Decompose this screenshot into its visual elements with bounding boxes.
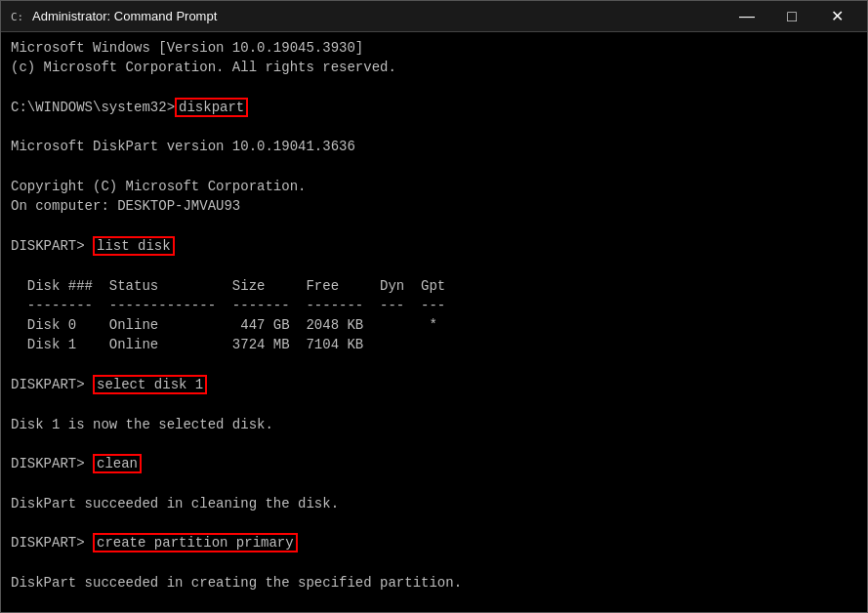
line-text: DISKPART> clean: [11, 454, 142, 473]
command-highlight: list disk: [93, 236, 175, 256]
line-text: (c) Microsoft Corporation. All rights re…: [11, 60, 396, 75]
title-bar: C:\ Administrator: Command Prompt — □ ✕: [1, 1, 867, 32]
line-text: Disk ### Status Size Free Dyn Gpt: [11, 278, 445, 294]
console-line: DISKPART> select disk 1: [11, 375, 857, 394]
command-highlight: create partition primary: [93, 533, 298, 552]
console-line: DISKPART> create partition primary: [11, 533, 857, 552]
console-line: Disk 1 Online 3724 MB 7104 KB: [11, 335, 857, 354]
console-line: DiskPart succeeded in cleaning the disk.: [11, 494, 857, 513]
command-highlight: select disk 1: [93, 375, 207, 394]
console-line: [11, 434, 857, 454]
console-line: [11, 78, 857, 98]
line-text: DISKPART> list disk: [11, 236, 175, 256]
console-line: Microsoft DiskPart version 10.0.19041.36…: [11, 137, 857, 156]
line-text: Disk 1 is now the selected disk.: [11, 417, 273, 432]
close-button[interactable]: ✕: [814, 1, 859, 32]
line-text: DiskPart succeeded in cleaning the disk.: [11, 496, 339, 511]
console-line: C:\WINDOWS\system32>diskpart: [11, 98, 857, 117]
console-line: [11, 394, 857, 414]
minimize-button[interactable]: —: [724, 1, 769, 32]
console-line: Disk 1 is now the selected disk.: [11, 415, 857, 434]
maximize-button[interactable]: □: [769, 1, 814, 32]
console-line: DISKPART> clean: [11, 454, 857, 473]
console-line: Microsoft Windows [Version 10.0.19045.39…: [11, 38, 857, 58]
line-text: DISKPART> select disk 1: [11, 375, 207, 394]
line-text: Microsoft DiskPart version 10.0.19041.36…: [11, 139, 355, 154]
console-line: [11, 117, 857, 137]
console-line: [11, 553, 857, 573]
console-line: Copyright (C) Microsoft Corporation.: [11, 177, 857, 196]
line-text: DiskPart succeeded in creating the speci…: [11, 575, 462, 591]
line-text: Disk 1 Online 3724 MB 7104 KB: [11, 337, 363, 352]
line-text: Microsoft Windows [Version 10.0.19045.39…: [11, 40, 363, 56]
window: C:\ Administrator: Command Prompt — □ ✕ …: [0, 0, 868, 613]
svg-text:C:\: C:\: [11, 11, 24, 23]
console-line: Disk ### Status Size Free Dyn Gpt: [11, 276, 857, 296]
console-line: [11, 474, 857, 494]
console-line: -------- ------------- ------- ------- -…: [11, 296, 857, 315]
line-text: DISKPART> create partition primary: [11, 533, 298, 552]
console-output: Microsoft Windows [Version 10.0.19045.39…: [1, 32, 867, 612]
app-icon: C:\: [9, 9, 24, 24]
line-text: -------- ------------- ------- ------- -…: [11, 298, 445, 313]
console-line: [11, 217, 857, 236]
window-controls: — □ ✕: [724, 1, 859, 32]
window-title: Administrator: Command Prompt: [32, 9, 724, 23]
console-line: (c) Microsoft Corporation. All rights re…: [11, 58, 857, 77]
console-line: [11, 157, 857, 177]
line-text: On computer: DESKTOP-JMVAU93: [11, 198, 240, 214]
command-highlight: clean: [93, 454, 142, 473]
command-highlight: diskpart: [175, 98, 248, 117]
console-line: DISKPART> list disk: [11, 236, 857, 256]
console-line: [11, 355, 857, 375]
console-line: On computer: DESKTOP-JMVAU93: [11, 196, 857, 216]
console-line: DiskPart succeeded in creating the speci…: [11, 573, 857, 593]
console-line: [11, 256, 857, 275]
line-text: C:\WINDOWS\system32>diskpart: [11, 98, 248, 117]
line-text: Disk 0 Online 447 GB 2048 KB *: [11, 317, 437, 333]
console-line: [11, 593, 857, 612]
console-line: Disk 0 Online 447 GB 2048 KB *: [11, 315, 857, 335]
line-text: Copyright (C) Microsoft Corporation.: [11, 179, 306, 194]
console-line: [11, 513, 857, 533]
